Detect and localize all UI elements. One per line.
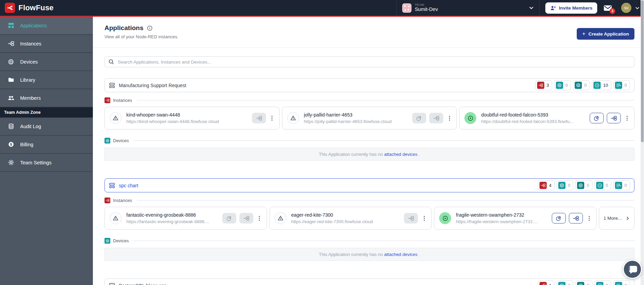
kebab-menu-icon[interactable] [624, 113, 630, 123]
instance-name: jolly-pallid-harrier-4653 [304, 112, 408, 118]
application-header-postgresql-blogs-app[interactable]: PostgreSQL blogs app 1 0 0 [104, 279, 634, 285]
sidebar-item-library[interactable]: Library [0, 71, 93, 89]
open-editor-button[interactable] [239, 213, 253, 223]
database-icon [8, 123, 14, 130]
application-name: spc chart [119, 183, 138, 188]
instance-card-fantastic-evening-grosbeak-8886[interactable]: fantastic-evening-grosbeak-8886 https://… [104, 207, 267, 230]
application-header-spc-chart[interactable]: spc chart 4 0 0 [104, 178, 634, 192]
open-editor-button[interactable] [404, 213, 418, 223]
kebab-menu-icon[interactable] [269, 113, 275, 123]
kebab-menu-icon[interactable] [446, 113, 452, 123]
device-group-icon [577, 282, 584, 285]
search-input[interactable] [118, 59, 631, 65]
invite-members-label: Invite Members [559, 5, 592, 11]
kebab-menu-icon[interactable] [586, 213, 592, 223]
application-icon [109, 182, 115, 189]
create-application-button[interactable]: + Create Application [577, 28, 634, 40]
badge-instances: 4 [538, 180, 555, 190]
application-icon [109, 283, 115, 285]
open-dashboard-button[interactable] [222, 213, 236, 223]
status-running-icon [464, 112, 476, 124]
clock-icon [596, 182, 603, 189]
sidebar-item-applications[interactable]: Applications [0, 17, 93, 35]
kebab-menu-icon[interactable] [256, 213, 263, 223]
user-menu-chevron-icon[interactable] [635, 5, 640, 11]
application-header-manufacturing-support-request[interactable]: Manufacturing Support Request 3 0 0 [104, 78, 634, 92]
open-editor-button[interactable] [607, 113, 621, 123]
no-devices-message: This Application currently has no attach… [104, 248, 634, 261]
invite-members-button[interactable]: Invite Members [545, 2, 597, 14]
instance-name: doubtful-red-footed-falcon-5393 [481, 112, 585, 118]
open-editor-button[interactable] [252, 113, 266, 123]
flowfuse-logo[interactable]: FlowFuse [0, 3, 54, 13]
instance-card-doubtful-red-footed-falcon-5393[interactable]: doubtful-red-footed-falcon-5393 https://… [459, 107, 634, 130]
instance-url: https://doubtful-red-footed-falcon-5393.… [481, 119, 585, 124]
instance-card-jolly-pallid-harrier-4653[interactable]: jolly-pallid-harrier-4653 https://jolly-… [282, 107, 457, 130]
instance-card-kind-whooper-swan-4448[interactable]: kind-whooper-swan-4448 https://kind-whoo… [104, 107, 280, 130]
device-group-icon [575, 82, 582, 89]
device-group-icon [577, 182, 584, 189]
notifications-mail-button[interactable]: 3 [603, 4, 612, 12]
divider [137, 200, 634, 201]
search-bar [104, 56, 634, 67]
open-editor-button[interactable] [429, 113, 443, 123]
notification-count-badge: 3 [610, 8, 615, 14]
kebab-menu-icon[interactable] [421, 213, 427, 223]
user-avatar[interactable]: su [621, 3, 631, 13]
chat-widget-button[interactable] [623, 260, 642, 279]
gear-icon [8, 159, 14, 166]
no-devices-message: This Application currently has no attach… [104, 148, 634, 161]
sidebar-item-label: Members [20, 95, 41, 101]
sidebar-item-label: Applications [20, 23, 47, 28]
topbar-right-group: TEAM: Sumit-Dev Invite Members 3 su [396, 0, 644, 16]
status-warning-icon [110, 112, 122, 124]
open-dashboard-button[interactable] [590, 113, 604, 123]
badge-instances: 3 [535, 80, 552, 90]
team-selector-dropdown[interactable]: TEAM: Sumit-Dev [396, 0, 540, 16]
sidebar-item-instances[interactable]: Instances [0, 35, 93, 53]
instance-name: eager-red-kite-7300 [291, 212, 400, 218]
scrollbar-thumb[interactable] [641, 0, 644, 142]
open-dashboard-button[interactable] [552, 213, 566, 223]
application-name: Manufacturing Support Request [119, 83, 186, 88]
sidebar-item-billing[interactable]: Billing [0, 136, 93, 154]
sidebar-item-members[interactable]: Members [0, 89, 93, 107]
clock-icon [593, 82, 601, 89]
vertical-scrollbar [641, 0, 644, 285]
main-content: Applications View all of your Node-RED i… [93, 17, 644, 285]
chevron-right-icon [625, 216, 630, 221]
attached-devices-link[interactable]: attached devices [384, 252, 418, 257]
divider [134, 140, 634, 141]
instance-url: https://fantastic-evening-grosbeak-8886.… [126, 219, 218, 224]
devices-chip-icon [104, 138, 110, 144]
page-header: Applications View all of your Node-RED i… [93, 17, 644, 48]
instances-icon [540, 282, 547, 285]
badge-device-groups: 0 [575, 180, 592, 190]
brand-name: FlowFuse [18, 3, 54, 12]
application-badges: 1 0 0 0 0 [538, 281, 630, 285]
instances-icon [540, 182, 547, 189]
divider [137, 100, 634, 100]
instances-section-label: Instances [104, 97, 634, 103]
instance-card-eager-red-kite-7300[interactable]: eager-red-kite-7300 https://eager-red-ki… [269, 207, 432, 230]
chevron-down-icon [529, 5, 534, 11]
pipeline-icon [615, 182, 622, 189]
sidebar-item-team-settings[interactable]: Team Settings [0, 154, 93, 172]
info-icon[interactable] [147, 25, 153, 31]
open-editor-button[interactable] [569, 213, 583, 223]
sidebar-item-audit-log[interactable]: Audit Log [0, 118, 93, 136]
pipeline-icon [615, 282, 622, 285]
sidebar-item-label: Billing [20, 142, 33, 147]
page-subtitle: View all of your Node-RED instances. [104, 34, 634, 39]
show-more-instances-button[interactable]: 1 More... [599, 207, 634, 230]
open-dashboard-button[interactable] [412, 113, 426, 123]
instance-url: https://jolly-pallid-harrier-4653.flowfu… [304, 119, 408, 124]
badge-device-groups: 0 [575, 281, 592, 285]
team-name: Sumit-Dev [415, 7, 438, 12]
status-running-icon [439, 212, 451, 224]
instance-card-fragile-western-swamphen-2732[interactable]: fragile-western-swamphen-2732 https://fr… [434, 207, 597, 230]
badge-snapshots: 0 [594, 180, 611, 190]
attached-devices-link[interactable]: attached devices [384, 152, 418, 157]
sidebar-item-devices[interactable]: Devices [0, 53, 93, 71]
team-avatar [402, 3, 411, 13]
